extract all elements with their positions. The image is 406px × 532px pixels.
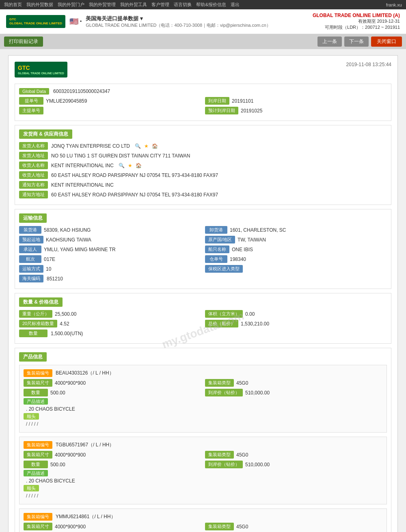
nav-help[interactable]: 帮助&报价信息 <box>196 2 226 7</box>
notify-addr-row: 通知方地址 60 EAST HALSEY ROAD PARSIPPANY NJ … <box>19 191 387 198</box>
container-no-value-2: YMMU6214861（/ L / HH） <box>56 513 116 520</box>
type-value-1: 45G0 <box>236 452 248 458</box>
nav-foreign-manage[interactable]: 我的外贸管理 <box>89 2 116 7</box>
container-no-label-1: 集装箱编号 <box>24 441 52 449</box>
transport-row2: 预起运地 KAOHSIUNG TAIWA 原产国/地区 TW, TAIWAN <box>19 236 387 243</box>
transport-mode-label: 运输方式 <box>19 265 43 273</box>
master-bill-row: 主提单号 预计到岸日期 20191025 <box>19 107 387 114</box>
bill-num-label: 仓单号 <box>205 255 227 263</box>
notify-name-value: KENT INTERNATIONAL INC <box>51 182 114 188</box>
voyage-value: 017E <box>44 256 55 262</box>
page-header: GTC GLOBAL TRADE ONLINE LIMITED 🇺🇸 • 美国海… <box>0 9 406 34</box>
header-subtitle: GLOBAL TRADE ONLINE LIMITED（电话：400-710-3… <box>86 22 271 28</box>
toolbar-right: 上一条 下一条 关闭窗口 <box>317 37 402 47</box>
doc-logo: GTC GLOBAL TRADE ONLINE LIMITED <box>15 62 67 78</box>
qty-label-1: 数量 <box>24 461 48 468</box>
home-icon[interactable]: 🏠 <box>152 143 158 149</box>
quantity-value: 1,500.00(UTN) <box>51 331 83 336</box>
total-price-value: 1,530,210.00 <box>241 321 269 327</box>
consignee-addr-label: 收货人地址 <box>19 171 48 179</box>
validity: 有效期至 2019-12-31 <box>313 18 400 24</box>
consignee-addr-row: 收货人地址 60 EAST HALSEY ROAD PARSIPPANY NJ … <box>19 171 387 179</box>
unload-port-value: 1601, CHARLESTON, SC <box>230 227 286 233</box>
container20-value: 4.52 <box>60 321 69 327</box>
next-button[interactable]: 下一条 <box>344 37 369 47</box>
quantity-row2: 20尺标准箱数量 4.52 总价（船价） 1,530,210.00 <box>19 320 387 327</box>
dest-label: 预起运地 <box>19 236 43 243</box>
quantity-section-header: 数量 & 价格信息 <box>19 297 63 307</box>
search-icon[interactable]: 🔍 <box>135 143 141 149</box>
size-label-0: 集装箱尺寸 <box>24 379 52 387</box>
transport-row4: 航次 017E 仓单号 198340 <box>19 255 387 263</box>
qty-value-0: 500.00 <box>50 390 65 396</box>
supplier-section-header: 发货商 & 供应商信息 <box>19 129 72 139</box>
seal-value-1: / / / / / <box>26 493 382 499</box>
close-button[interactable]: 关闭窗口 <box>371 37 402 47</box>
flag-icon: 🇺🇸 <box>69 17 78 26</box>
consignee-name-label: 收货人名称 <box>19 162 48 169</box>
quantity-row1: 重量（公斤） 25,500.00 体积（立方米） 0.00 <box>19 310 387 318</box>
type-value-0: 45G0 <box>236 380 248 386</box>
shipper-addr-value: NO 50 LU TING 1 ST GUIREN DIST TAINAN CI… <box>51 153 190 159</box>
bonded-label: 保税区进入类型 <box>205 265 243 273</box>
star-icon[interactable]: ★ <box>144 143 149 149</box>
dest-value: KAOHSIUNG TAIWA <box>46 237 91 243</box>
size-value-2: 4000*900*900 <box>55 524 86 530</box>
quantity-row3: 数量 1,500.00(UTN) <box>19 330 387 337</box>
nav-language[interactable]: 语言切换 <box>174 2 192 7</box>
doc-timestamp: 2019-11-08 13:25:44 <box>346 62 391 67</box>
consignee-search-icon[interactable]: 🔍 <box>119 163 125 168</box>
country-label: 原产国/地区 <box>205 236 235 243</box>
container-no-label-0: 集装箱编号 <box>24 369 52 377</box>
container-no-value-1: TGBU6571967（/ L / HH） <box>56 442 114 448</box>
product-item-0: 集装箱编号 BEAU4303126（/ L / HH） 集装箱尺寸 4000*9… <box>19 365 387 433</box>
nav-logout[interactable]: 退出 <box>231 2 240 7</box>
prev-button[interactable]: 上一条 <box>317 37 342 47</box>
print-button[interactable]: 打印前贴记录 <box>4 37 43 47</box>
type-label-2: 集装箱类型 <box>205 523 234 530</box>
carrier-value: YMLU, YANG MING MARINE TR <box>44 247 116 252</box>
products-section-header: 产品信息 <box>19 352 47 362</box>
type-label-1: 集装箱类型 <box>205 451 234 459</box>
bill-no-value: YMLUE209045859 <box>46 98 87 104</box>
nav-crm[interactable]: 客户管理 <box>151 2 169 7</box>
voyage-label: 航次 <box>19 255 41 263</box>
bill-row: 提单号 YMLUE209045859 到岸日期 20191101 <box>19 97 387 105</box>
carrier-label: 承运人 <box>19 246 41 253</box>
doc-header: GTC GLOBAL TRADE ONLINE LIMITED 2019-11-… <box>15 62 391 78</box>
consignee-name-row: 收货人名称 KENT INTERNATIONAL INC 🔍 ★ 🏠 <box>19 162 387 169</box>
qty-value-1: 500.00 <box>50 462 65 467</box>
est-date-label: 预计到岸日期 <box>205 107 238 114</box>
consignee-home-icon[interactable]: 🏠 <box>136 163 142 168</box>
desc-label-0: 产品描述 <box>24 398 48 405</box>
global-data-section: Global Data 600320191105000024347 提单号 YM… <box>15 84 391 121</box>
nav-foreign-data[interactable]: 我的外贸数据 <box>26 2 53 7</box>
shipper-name-row: 发货人名称 JONQ TYAN ENTERPRISE CO LTD 🔍 ★ 🏠 <box>19 142 387 150</box>
product-item-1: 集装箱编号 TGBU6571967（/ L / HH） 集装箱尺寸 4000*9… <box>19 437 387 504</box>
size-label-1: 集装箱尺寸 <box>24 451 52 459</box>
shipper-name-label: 发货人名称 <box>19 142 48 150</box>
qty-label-0: 数量 <box>24 389 48 396</box>
nav-home[interactable]: 我的首页 <box>4 2 22 7</box>
consignee-star-icon[interactable]: ★ <box>128 163 132 168</box>
size-value-1: 4000*900*900 <box>55 452 86 458</box>
nav-links[interactable]: 我的首页 我的外贸数据 我的外贸门户 我的外贸管理 我的外贸工具 客户管理 语言… <box>4 2 243 8</box>
desc-label-1: 产品描述 <box>24 470 48 476</box>
flag-area: 🇺🇸 • <box>69 17 82 26</box>
customs-label: 海关编码 <box>19 275 43 282</box>
load-port-value: 58309, KAO HSIUNG <box>44 227 91 233</box>
price-value-0: 510,000.00 <box>245 390 270 396</box>
products-section: 产品信息 集装箱编号 BEAU4303126（/ L / HH） 集装箱尺寸 4… <box>15 348 391 532</box>
top-toolbar: 打印前贴记录 上一条 下一条 关闭窗口 <box>0 34 406 49</box>
global-data-label: Global Data <box>19 88 49 95</box>
nav-foreign-portal[interactable]: 我的外贸门户 <box>58 2 84 7</box>
logo: GTC GLOBAL TRADE ONLINE LIMITED <box>6 15 65 28</box>
load-port-label: 装货港 <box>19 226 41 234</box>
shipper-addr-row: 发货人地址 NO 50 LU TING 1 ST GUIREN DIST TAI… <box>19 152 387 159</box>
separator: • <box>80 19 82 24</box>
container-no-value-0: BEAU4303126（/ L / HH） <box>56 370 114 377</box>
transport-mode-value: 10 <box>46 266 51 272</box>
nav-foreign-tools[interactable]: 我的外贸工具 <box>120 2 147 7</box>
volume-value: 0.00 <box>245 311 255 317</box>
transport-section-header: 运输信息 <box>19 213 47 223</box>
